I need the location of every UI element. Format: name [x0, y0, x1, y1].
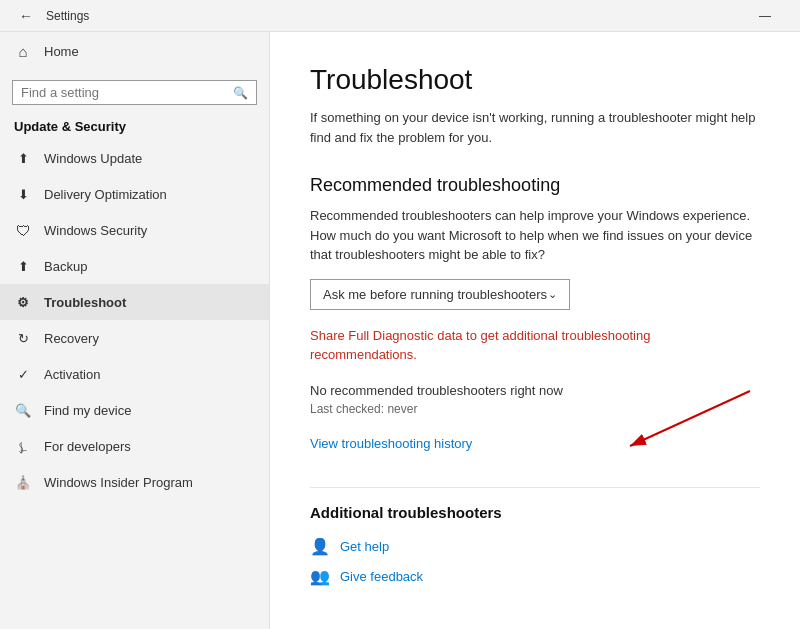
home-label: Home — [44, 44, 79, 59]
recommended-description: Recommended troubleshooters can help imp… — [310, 206, 760, 265]
delivery-optimization-icon: ⬇ — [14, 185, 32, 203]
sidebar-item-backup[interactable]: ⬆ Backup — [0, 248, 269, 284]
sidebar-item-delivery-optimization[interactable]: ⬇ Delivery Optimization — [0, 176, 269, 212]
sidebar-item-recovery[interactable]: ↻ Recovery — [0, 320, 269, 356]
sidebar-item-windows-update[interactable]: ⬆ Windows Update — [0, 140, 269, 176]
last-checked-text: Last checked: never — [310, 402, 760, 416]
windows-update-icon: ⬆ — [14, 149, 32, 167]
sidebar: ⌂ Home 🔍 Update & Security ⬆ Windows Upd… — [0, 32, 270, 629]
status-text: No recommended troubleshooters right now — [310, 383, 760, 398]
activation-icon: ✓ — [14, 365, 32, 383]
minimize-button[interactable]: — — [742, 0, 788, 32]
search-box[interactable]: 🔍 — [12, 80, 257, 105]
find-device-icon: 🔍 — [14, 401, 32, 419]
divider — [310, 487, 760, 488]
sidebar-item-label: Troubleshoot — [44, 295, 126, 310]
diagnostic-link[interactable]: Share Full Diagnostic data to get additi… — [310, 326, 760, 365]
dropdown-label: Ask me before running troubleshooters — [323, 287, 547, 302]
sidebar-item-home[interactable]: ⌂ Home — [0, 32, 269, 70]
home-icon: ⌂ — [14, 42, 32, 60]
section-title: Update & Security — [0, 113, 269, 140]
give-feedback-label[interactable]: Give feedback — [340, 569, 423, 584]
chevron-down-icon: ⌄ — [548, 288, 557, 301]
recommended-section-title: Recommended troubleshooting — [310, 175, 760, 196]
additional-section-title: Additional troubleshooters — [310, 504, 760, 521]
sidebar-item-activation[interactable]: ✓ Activation — [0, 356, 269, 392]
content-area: Troubleshoot If something on your device… — [270, 32, 800, 629]
sidebar-item-label: Activation — [44, 367, 100, 382]
history-link[interactable]: View troubleshooting history — [310, 436, 472, 451]
svg-line-1 — [630, 391, 750, 446]
get-help-icon: 👤 — [310, 537, 330, 557]
sidebar-item-label: Find my device — [44, 403, 131, 418]
search-input[interactable] — [21, 85, 233, 100]
main-layout: ⌂ Home 🔍 Update & Security ⬆ Windows Upd… — [0, 32, 800, 629]
shield-icon: 🛡 — [14, 221, 32, 239]
insider-icon: ⛪ — [14, 473, 32, 491]
page-description: If something on your device isn't workin… — [310, 108, 760, 147]
backup-icon: ⬆ — [14, 257, 32, 275]
red-arrow-annotation — [570, 386, 770, 466]
titlebar: ← Settings — — [0, 0, 800, 32]
sidebar-item-label: Windows Update — [44, 151, 142, 166]
troubleshoot-dropdown[interactable]: Ask me before running troubleshooters ⌄ — [310, 279, 570, 310]
get-help-item[interactable]: 👤 Get help — [310, 537, 760, 557]
sidebar-item-windows-insider[interactable]: ⛪ Windows Insider Program — [0, 464, 269, 500]
sidebar-item-windows-security[interactable]: 🛡 Windows Security — [0, 212, 269, 248]
sidebar-item-label: Delivery Optimization — [44, 187, 167, 202]
recovery-icon: ↻ — [14, 329, 32, 347]
sidebar-item-label: Windows Security — [44, 223, 147, 238]
back-button[interactable]: ← — [12, 2, 40, 30]
page-title: Troubleshoot — [310, 64, 760, 96]
sidebar-item-label: Recovery — [44, 331, 99, 346]
sidebar-item-find-my-device[interactable]: 🔍 Find my device — [0, 392, 269, 428]
search-icon: 🔍 — [233, 86, 248, 100]
sidebar-item-troubleshoot[interactable]: ⚙ Troubleshoot — [0, 284, 269, 320]
titlebar-title: Settings — [46, 9, 89, 23]
troubleshoot-icon: ⚙ — [14, 293, 32, 311]
developers-icon: ⍼ — [14, 437, 32, 455]
sidebar-item-for-developers[interactable]: ⍼ For developers — [0, 428, 269, 464]
sidebar-item-label: Windows Insider Program — [44, 475, 193, 490]
sidebar-item-label: For developers — [44, 439, 131, 454]
give-feedback-item[interactable]: 👥 Give feedback — [310, 567, 760, 587]
get-help-label[interactable]: Get help — [340, 539, 389, 554]
give-feedback-icon: 👥 — [310, 567, 330, 587]
sidebar-item-label: Backup — [44, 259, 87, 274]
